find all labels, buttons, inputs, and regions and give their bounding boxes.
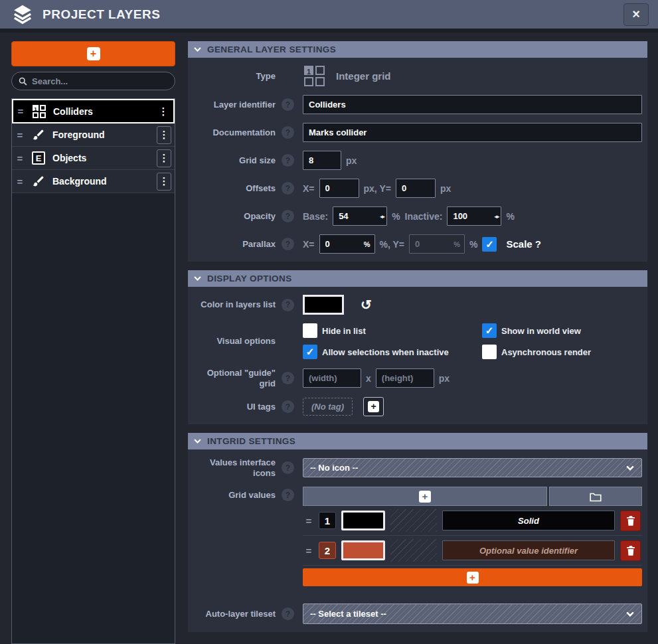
opacity-label: Opacity — [193, 211, 276, 222]
drag-handle-icon[interactable]: = — [304, 545, 313, 556]
layer-row-objects[interactable]: = E Objects ⋮ — [12, 147, 175, 170]
type-value: Integer grid — [336, 70, 391, 82]
help-icon[interactable]: ? — [282, 126, 294, 139]
search-box — [11, 72, 175, 90]
layer-settings-panel: GENERAL LAYER SETTINGS Type 1 Integer gr… — [188, 41, 647, 644]
layer-color-swatch[interactable] — [303, 295, 344, 315]
checkbox-label: Hide in list — [322, 326, 366, 336]
group-values-button[interactable] — [549, 487, 642, 506]
help-icon[interactable]: ? — [282, 372, 294, 384]
layer-menu-button[interactable]: ⋮ — [157, 126, 171, 144]
add-value-button[interactable]: + — [303, 487, 547, 506]
section-body-display: Color in layers list ? ↺ Visual options — [188, 287, 647, 424]
parallax-mid-label: %, Y= — [380, 239, 405, 250]
percent-icon: % — [453, 240, 460, 248]
opacity-base-label: Base: — [303, 211, 328, 222]
section-header-intgrid[interactable]: INTGRID SETTINGS — [188, 433, 647, 449]
help-icon[interactable]: ? — [282, 154, 294, 167]
section-display: DISPLAY OPTIONS Color in layers list ? ↺… — [188, 270, 647, 424]
help-icon[interactable]: ? — [282, 238, 294, 250]
layer-list: = 1 Colliders ⋮ = Foreground ⋮ = — [11, 98, 175, 644]
section-header-display[interactable]: DISPLAY OPTIONS — [188, 270, 647, 287]
visual-options-row: Visual options ✓ Hide in list ✓ Show — [193, 323, 642, 359]
help-icon[interactable]: ? — [282, 607, 294, 620]
section-intgrid: INTGRID SETTINGS Values interface icons … — [188, 433, 647, 632]
values-icons-select[interactable]: -- No icon -- — [303, 458, 642, 477]
parallax-x-prefix: X= — [303, 239, 315, 250]
help-icon[interactable]: ? — [282, 299, 294, 311]
help-icon[interactable]: ? — [282, 489, 294, 501]
plus-icon: + — [467, 572, 479, 584]
intgrid-type-icon: 1 — [304, 66, 325, 86]
search-input[interactable] — [32, 76, 168, 86]
grid-size-unit: px — [346, 155, 357, 166]
drag-handle-icon[interactable]: = — [304, 515, 313, 526]
layer-menu-button[interactable]: ⋮ — [156, 102, 171, 120]
add-tag-button[interactable]: + — [363, 397, 384, 416]
color-label: Color in layers list — [193, 299, 276, 310]
delete-value-button[interactable] — [620, 540, 641, 561]
add-layer-button[interactable]: + — [11, 41, 175, 66]
close-button[interactable]: × — [623, 3, 649, 26]
asynchronous-render-checkbox[interactable]: ✓ — [482, 345, 497, 359]
value-number-badge: 1 — [319, 512, 336, 529]
check-icon: ✓ — [485, 238, 494, 250]
layer-row-foreground[interactable]: = Foreground ⋮ — [12, 123, 175, 147]
chevron-down-icon — [625, 463, 635, 473]
add-value-bar[interactable]: + — [303, 568, 642, 586]
stepper-arrows-icon[interactable]: ◂▸ — [494, 213, 499, 220]
value-color-swatch[interactable] — [341, 511, 385, 530]
auto-layer-tileset-select[interactable]: -- Select a tileset -- — [303, 604, 642, 624]
drag-handle-icon[interactable]: = — [15, 176, 25, 187]
layer-identifier-input[interactable] — [303, 95, 642, 114]
checkbox-label: Asynchronous render — [501, 347, 591, 357]
offset-x-input[interactable] — [319, 179, 359, 198]
layer-row-colliders[interactable]: = 1 Colliders ⋮ — [12, 99, 175, 123]
ui-tags-row: UI tags ? (No tag) + — [193, 397, 642, 416]
grid-size-input[interactable] — [303, 151, 341, 170]
value-identifier-input[interactable] — [442, 511, 615, 530]
content-area: + = 1 Colliders ⋮ = — [0, 33, 658, 644]
chevron-down-icon — [193, 437, 202, 445]
show-in-world-view-checkbox[interactable]: ✓ — [482, 323, 497, 338]
layer-name: Colliders — [53, 106, 151, 117]
identifier-row: Layer identifier ? — [193, 95, 642, 114]
check-icon: ✓ — [485, 346, 494, 358]
grid-values-label: Grid values — [193, 490, 276, 501]
help-icon[interactable]: ? — [282, 182, 294, 195]
delete-value-button[interactable] — [620, 511, 641, 531]
offset-y-input[interactable] — [396, 179, 436, 198]
drag-handle-icon[interactable]: = — [15, 129, 25, 141]
help-icon[interactable]: ? — [282, 461, 294, 474]
scale-checkbox[interactable]: ✓ — [482, 237, 497, 252]
no-tag-placeholder: (No tag) — [303, 398, 353, 416]
guide-height-input[interactable] — [376, 368, 434, 388]
layer-menu-button[interactable]: ⋮ — [157, 149, 171, 167]
hide-in-list-checkbox[interactable]: ✓ — [303, 323, 317, 338]
documentation-input[interactable] — [303, 123, 642, 142]
auto-layer-tileset-label: Auto-layer tileset — [193, 609, 276, 619]
reset-color-icon[interactable]: ↺ — [361, 297, 372, 313]
value-color-swatch[interactable] — [341, 540, 385, 560]
opacity-base-input[interactable] — [333, 206, 387, 226]
drag-handle-icon[interactable]: = — [16, 106, 25, 117]
parallax-row: Parallax ? X= % %, Y= % — [193, 234, 642, 254]
stepper-arrows-icon[interactable]: ◂▸ — [380, 213, 384, 220]
help-icon[interactable]: ? — [282, 400, 294, 413]
layer-row-background[interactable]: = Background ⋮ — [12, 170, 175, 193]
help-icon[interactable]: ? — [282, 98, 294, 111]
trash-icon — [625, 545, 636, 556]
percent-icon[interactable]: % — [364, 240, 370, 248]
tiles-layer-icon — [30, 175, 47, 188]
chevron-down-icon — [193, 45, 202, 54]
layer-menu-button[interactable]: ⋮ — [157, 173, 171, 191]
trash-icon — [625, 515, 636, 526]
value-identifier-input[interactable] — [442, 540, 615, 560]
opacity-inactive-input[interactable] — [447, 206, 501, 226]
section-header-general[interactable]: GENERAL LAYER SETTINGS — [188, 41, 647, 58]
help-icon[interactable]: ? — [282, 210, 294, 222]
guide-width-input[interactable] — [303, 368, 361, 388]
drag-handle-icon[interactable]: = — [15, 153, 25, 164]
parallax-unit: % — [469, 239, 477, 250]
allow-selections-checkbox[interactable]: ✓ — [303, 345, 317, 359]
